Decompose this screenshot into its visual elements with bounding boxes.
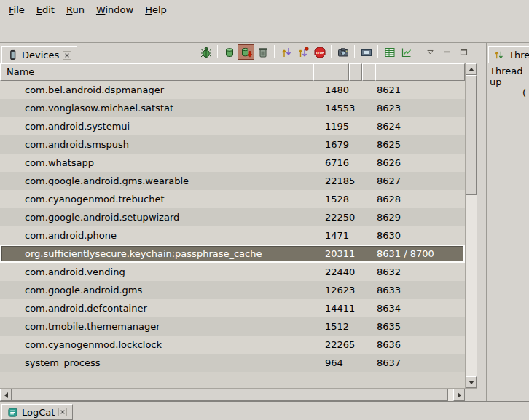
view-menu-icon xyxy=(426,47,435,57)
device-process-row[interactable]: com.android.phone 1471 8630 xyxy=(0,226,465,245)
process-pid: 1480 xyxy=(313,84,349,95)
tab-devices[interactable]: Devices xyxy=(1,46,77,63)
logcat-icon xyxy=(7,407,18,418)
device-table: Name com.bel.android.dspmanager 1480 862… xyxy=(0,63,477,388)
process-port: 8636 xyxy=(375,339,465,350)
devices-toolbar: STOP xyxy=(197,44,475,63)
main-area: Devices xyxy=(0,43,529,401)
debug-process-icon xyxy=(200,47,212,58)
process-pid: 1195 xyxy=(313,121,349,132)
device-process-row[interactable]: com.android.smspush 1679 8625 xyxy=(0,135,465,154)
tab-threads-label: Threa xyxy=(509,49,529,60)
horizontal-scrollbar-row xyxy=(0,388,477,401)
stop-process-button[interactable]: STOP xyxy=(311,44,328,60)
scroll-left-button[interactable] xyxy=(0,389,12,401)
process-port: 8637 xyxy=(375,357,465,368)
start-method-profiling-button[interactable] xyxy=(294,44,311,60)
minimize-button[interactable] xyxy=(439,44,455,60)
column-header-3[interactable] xyxy=(362,63,375,81)
scroll-up-button[interactable] xyxy=(466,63,477,75)
device-process-row[interactable]: com.android.defcontainer 14411 8634 xyxy=(0,299,465,317)
process-name: com.android.smspush xyxy=(0,139,313,150)
menu-file[interactable]: File xyxy=(3,1,31,18)
scroll-right-button[interactable] xyxy=(453,389,465,401)
vertical-scrollbar-track[interactable] xyxy=(466,195,477,376)
process-name: com.whatsapp xyxy=(0,157,313,168)
tab-threads[interactable]: Threa xyxy=(488,46,529,63)
device-process-row[interactable]: com.whatsapp 6716 8626 xyxy=(0,154,465,172)
device-process-row[interactable]: com.cyanogenmod.lockclock 22265 8636 xyxy=(0,336,465,354)
tab-logcat[interactable]: LogCat xyxy=(1,404,73,420)
device-table-columns: Name com.bel.android.dspmanager 1480 862… xyxy=(0,63,465,388)
view-menu-button[interactable] xyxy=(422,44,439,60)
vertical-scrollbar-thumb[interactable] xyxy=(466,75,477,195)
bottom-tabbar: LogCat xyxy=(0,401,529,420)
arrow-right-icon xyxy=(458,392,461,398)
column-header-2[interactable] xyxy=(349,63,362,81)
toolbar-separator xyxy=(274,45,275,58)
vertical-scrollbar[interactable] xyxy=(465,63,477,388)
device-process-row[interactable]: com.android.vending 22440 8632 xyxy=(0,263,465,281)
scroll-down-button[interactable] xyxy=(466,376,477,388)
menu-edit[interactable]: Edit xyxy=(31,1,60,18)
sysinfo-table-button[interactable] xyxy=(381,44,398,60)
device-process-row[interactable]: com.google.android.setupwizard 22250 862… xyxy=(0,208,465,226)
update-threads-button[interactable] xyxy=(278,44,294,60)
process-pid: 1512 xyxy=(313,321,349,332)
device-process-row[interactable]: system_process 964 8637 xyxy=(0,354,465,372)
device-process-row[interactable]: com.cyanogenmod.trebuchet 1528 8628 xyxy=(0,190,465,208)
device-process-row[interactable]: org.sufficientlysecure.keychain:passphra… xyxy=(0,245,465,263)
process-pid: 22185 xyxy=(313,175,349,186)
column-header-name[interactable]: Name xyxy=(0,63,313,81)
panel-splitter[interactable] xyxy=(477,43,486,401)
device-table-header: Name xyxy=(0,63,465,81)
process-port: 8626 xyxy=(375,157,465,168)
process-name: com.cyanogenmod.trebuchet xyxy=(0,194,313,205)
menu-help[interactable]: Help xyxy=(139,1,173,18)
update-heap-icon xyxy=(224,47,235,58)
devices-tabbar: Devices xyxy=(0,43,477,63)
device-process-row[interactable]: com.google.android.gms.wearable 22185 86… xyxy=(0,172,465,190)
minimize-icon xyxy=(442,47,452,57)
device-table-body: com.bel.android.dspmanager 1480 8621 com… xyxy=(0,81,465,388)
close-icon[interactable] xyxy=(63,51,71,60)
maximize-button[interactable] xyxy=(455,44,472,60)
menu-window[interactable]: Window xyxy=(90,1,139,18)
device-process-row[interactable]: com.bel.android.dspmanager 1480 8621 xyxy=(0,81,465,99)
device-process-row[interactable]: com.tmobile.thememanager 1512 8635 xyxy=(0,317,465,336)
threads-message-line2: ( xyxy=(522,87,528,98)
process-port: 8634 xyxy=(375,303,465,314)
toolbar-separator xyxy=(217,45,218,58)
process-port: 8632 xyxy=(375,266,465,277)
close-icon[interactable] xyxy=(58,408,67,416)
threads-view: Threa Thread up ( xyxy=(486,43,529,401)
update-heap-button[interactable] xyxy=(221,44,238,60)
horizontal-scrollbar-thumb[interactable] xyxy=(12,389,448,401)
column-header-pid[interactable] xyxy=(313,63,349,81)
process-name: com.tmobile.thememanager xyxy=(0,321,313,332)
horizontal-scrollbar[interactable] xyxy=(0,389,465,401)
process-pid: 22250 xyxy=(313,212,349,223)
menu-run[interactable]: Run xyxy=(60,1,90,18)
process-name: com.vonglasow.michael.satstat xyxy=(0,103,313,114)
threads-tabbar: Threa xyxy=(487,43,529,63)
screen-capture-icon xyxy=(337,47,349,58)
sysinfo-chart-button[interactable] xyxy=(398,44,415,60)
debug-process-button[interactable] xyxy=(197,44,214,60)
dump-hprof-button[interactable] xyxy=(238,44,254,60)
screen-record-button[interactable] xyxy=(358,44,375,60)
device-process-row[interactable]: com.google.android.gms 12623 8633 xyxy=(0,281,465,299)
process-pid: 12623 xyxy=(313,285,349,296)
device-process-row[interactable]: com.vonglasow.michael.satstat 14553 8623 xyxy=(0,99,465,117)
column-header-port[interactable] xyxy=(375,63,465,81)
dump-hprof-icon xyxy=(240,47,252,58)
screen-capture-button[interactable] xyxy=(334,44,351,60)
arrow-down-icon xyxy=(469,381,474,384)
cause-gc-button[interactable] xyxy=(254,44,271,60)
start-method-profiling-icon xyxy=(297,47,309,58)
device-process-row[interactable]: com.android.systemui 1195 8624 xyxy=(0,117,465,135)
process-name: com.android.phone xyxy=(0,230,313,241)
devices-view: Devices xyxy=(0,43,477,401)
process-port: 8624 xyxy=(375,121,465,132)
process-port: 8633 xyxy=(375,285,465,296)
